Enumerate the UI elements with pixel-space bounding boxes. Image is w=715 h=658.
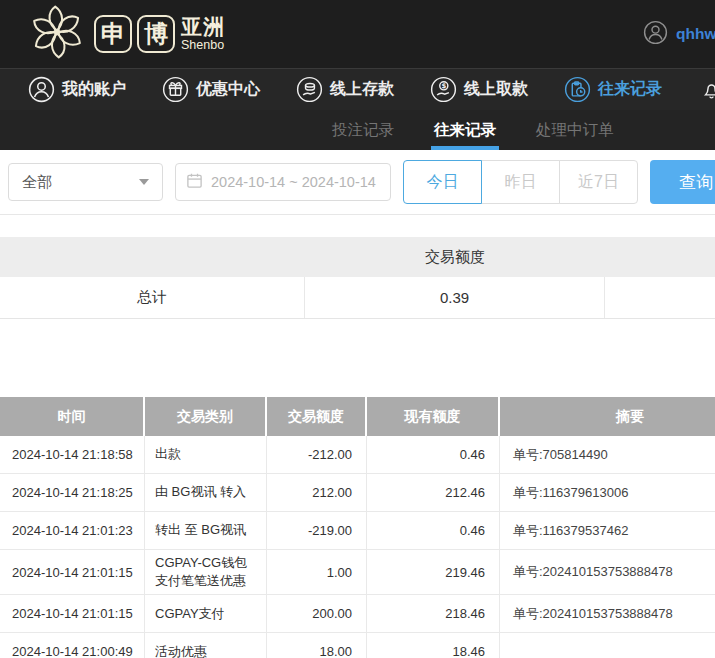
table-row: 2024-10-14 21:01:23 转出 至 BG视讯 -219.00 0.… — [0, 512, 715, 550]
brand-logo[interactable]: 申 博 亚洲 Shenbo — [26, 4, 225, 64]
cell-balance: 218.46 — [367, 595, 500, 632]
yesterday-button[interactable]: 昨日 — [481, 160, 560, 204]
withdraw-icon: $ — [430, 76, 457, 103]
records-icon — [564, 76, 591, 103]
gift-icon — [162, 76, 189, 103]
nav-label: 我的账户 — [62, 79, 126, 100]
cell-type: CGPAY支付 — [145, 595, 267, 632]
brand-char-2: 博 — [137, 15, 175, 53]
table-row: 2024-10-14 21:00:49 活动优惠 18.00 18.46 — [0, 633, 715, 658]
summary-empty-cell — [605, 277, 715, 318]
cell-time: 2024-10-14 21:01:23 — [0, 512, 145, 549]
summary-header-row: 交易额度 — [0, 237, 715, 277]
cell-amount: 1.00 — [267, 550, 367, 594]
calendar-icon — [186, 172, 203, 192]
cell-time: 2024-10-14 21:01:15 — [0, 595, 145, 632]
cell-type: 出款 — [145, 436, 267, 473]
cell-memo — [500, 633, 715, 658]
svg-text:$: $ — [441, 82, 446, 90]
page-root: 申 博 亚洲 Shenbo qhhw — [0, 0, 715, 658]
nav-label: 线上存款 — [330, 79, 394, 100]
nav-item-deposit[interactable]: 线上存款 — [296, 76, 394, 103]
column-header-amount: 交易额度 — [267, 397, 367, 436]
nav-item-my-account[interactable]: 我的账户 — [28, 76, 126, 103]
cell-time: 2024-10-14 21:18:58 — [0, 436, 145, 473]
caret-down-icon — [139, 179, 149, 185]
nav-item-withdraw[interactable]: $ 线上取款 — [430, 76, 528, 103]
cell-memo: 单号:202410153753888478 — [500, 595, 715, 632]
nav-label: 优惠中心 — [196, 79, 260, 100]
nav-label: 往来记录 — [598, 79, 662, 100]
tab-label: 投注记录 — [332, 120, 394, 141]
brand-char-1: 申 — [94, 15, 132, 53]
cell-memo: 单号:116379537462 — [500, 512, 715, 549]
filter-bar: 全部 2024-10-14 ~ 2024-10-14 今日 昨日 近7日 查询 — [0, 150, 715, 215]
lotus-flower-icon — [26, 4, 88, 64]
transactions-header-row: 时间 交易类别 交易额度 现有额度 摘要 — [0, 397, 715, 436]
cell-time: 2024-10-14 21:18:25 — [0, 474, 145, 511]
cell-balance: 219.46 — [367, 550, 500, 594]
table-row: 2024-10-14 21:01:15 CGPAY支付 200.00 218.4… — [0, 595, 715, 633]
brand-region: 亚洲 — [181, 16, 225, 38]
type-select[interactable]: 全部 — [8, 163, 163, 201]
transactions-table: 时间 交易类别 交易额度 现有额度 摘要 2024-10-14 21:18:58… — [0, 397, 715, 658]
cell-type: 由 BG视讯 转入 — [145, 474, 267, 511]
brand-subtitle: Shenbo — [181, 38, 225, 52]
cell-amount: 212.00 — [267, 474, 367, 511]
cell-amount: -219.00 — [267, 512, 367, 549]
cell-amount: 18.00 — [267, 633, 367, 658]
deposit-icon — [296, 76, 323, 103]
column-header-memo: 摘要 — [500, 397, 715, 436]
table-row: 2024-10-14 21:01:15 CGPAY-CG钱包支付笔笔送优惠 1.… — [0, 550, 715, 595]
tab-pending-orders[interactable]: 处理中订单 — [536, 110, 614, 150]
user-avatar-icon — [643, 20, 668, 49]
column-header-type: 交易类别 — [145, 397, 267, 436]
nav-item-messages[interactable]: 信息 — [698, 76, 715, 103]
tab-betting-records[interactable]: 投注记录 — [332, 110, 394, 150]
summary-header-amount: 交易额度 — [305, 248, 605, 267]
sub-nav: 投注记录 往来记录 处理中订单 — [0, 110, 715, 150]
brand-name-boxes: 申 博 — [94, 15, 175, 53]
summary-total-value: 0.39 — [305, 277, 605, 318]
cell-type: CGPAY-CG钱包支付笔笔送优惠 — [145, 550, 267, 594]
summary-total-row: 总计 0.39 — [0, 277, 715, 319]
username: qhhw — [676, 25, 715, 43]
main-nav: 我的账户 优惠中心 — [0, 68, 715, 110]
cell-time: 2024-10-14 21:00:49 — [0, 633, 145, 658]
cell-type: 转出 至 BG视讯 — [145, 512, 267, 549]
column-header-time: 时间 — [0, 397, 145, 436]
cell-time: 2024-10-14 21:01:15 — [0, 550, 145, 594]
nav-item-transactions[interactable]: 往来记录 — [564, 76, 662, 103]
summary-total-label: 总计 — [0, 277, 305, 318]
date-range-value: 2024-10-14 ~ 2024-10-14 — [211, 174, 376, 190]
summary-table: 交易额度 总计 0.39 — [0, 237, 715, 319]
tab-transaction-records[interactable]: 往来记录 — [434, 110, 496, 150]
today-button[interactable]: 今日 — [403, 160, 482, 204]
quick-date-button-group: 今日 昨日 近7日 — [403, 160, 638, 204]
cell-memo: 单号:116379613006 — [500, 474, 715, 511]
brand-region-block: 亚洲 Shenbo — [181, 16, 225, 52]
last-7-days-button[interactable]: 近7日 — [559, 160, 638, 204]
cell-amount: -212.00 — [267, 436, 367, 473]
cell-memo: 单号:705814490 — [500, 436, 715, 473]
type-select-value: 全部 — [22, 173, 52, 192]
nav-item-promotions[interactable]: 优惠中心 — [162, 76, 260, 103]
tab-label: 处理中订单 — [536, 120, 614, 141]
cell-balance: 212.46 — [367, 474, 500, 511]
table-row: 2024-10-14 21:18:58 出款 -212.00 0.46 单号:7… — [0, 436, 715, 474]
cell-balance: 18.46 — [367, 633, 500, 658]
table-row: 2024-10-14 21:18:25 由 BG视讯 转入 212.00 212… — [0, 474, 715, 512]
bell-icon — [698, 76, 715, 103]
user-icon — [28, 76, 55, 103]
tab-label: 往来记录 — [434, 120, 496, 141]
user-account[interactable]: qhhw — [643, 0, 715, 68]
cell-type: 活动优惠 — [145, 633, 267, 658]
column-header-balance: 现有额度 — [367, 397, 500, 436]
cell-balance: 0.46 — [367, 436, 500, 473]
date-range-input[interactable]: 2024-10-14 ~ 2024-10-14 — [175, 163, 391, 201]
cell-amount: 200.00 — [267, 595, 367, 632]
cell-memo: 单号:202410153753888478 — [500, 550, 715, 594]
topbar: 申 博 亚洲 Shenbo qhhw — [0, 0, 715, 68]
cell-balance: 0.46 — [367, 512, 500, 549]
search-button[interactable]: 查询 — [650, 160, 715, 204]
